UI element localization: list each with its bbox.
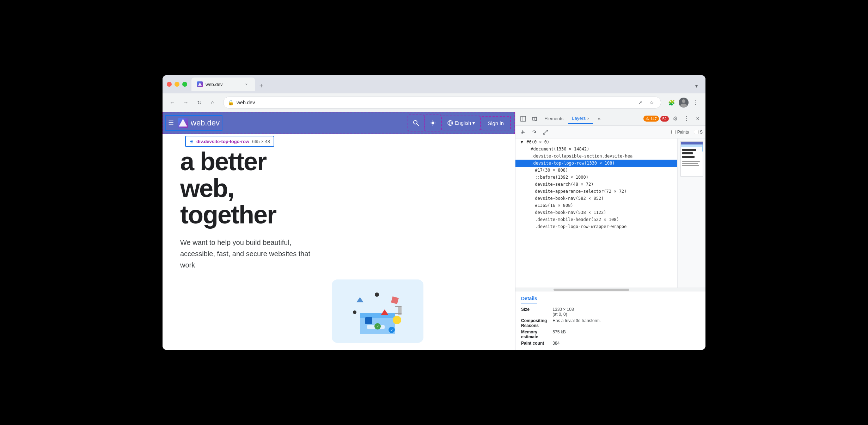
devtools-more-button[interactable]: ⋮: [681, 114, 691, 124]
paintcount-key: Paint count: [521, 341, 547, 346]
address-text[interactable]: web.dev: [237, 100, 632, 105]
svg-point-27: [375, 292, 379, 297]
error-badge[interactable]: 52: [660, 116, 669, 122]
more-button[interactable]: ⋮: [690, 97, 701, 108]
tab-layers[interactable]: Layers ×: [568, 114, 593, 124]
site-logo[interactable]: web.dev: [178, 118, 220, 128]
svg-rect-16: [365, 317, 372, 324]
more-tabs-button[interactable]: »: [594, 114, 604, 124]
layer-text: .devsite-mobile-header(522 × 108): [535, 217, 619, 222]
layer-item-selected[interactable]: .devsite-top-logo-row(1330 × 108): [515, 160, 677, 167]
tab-close-button[interactable]: ×: [244, 81, 249, 87]
inspect-element-button[interactable]: [518, 114, 528, 124]
devtools-close-button[interactable]: ×: [693, 114, 703, 124]
layer-item[interactable]: devsite-search(48 × 72): [515, 181, 677, 188]
layer-text: .devsite-collapsible-section.devsite-hea: [531, 154, 632, 159]
layer-text: devsite-appearance-selector(72 × 72): [535, 189, 626, 194]
signin-button[interactable]: Sign in: [482, 117, 509, 129]
layer-text: #17(30 × 808): [535, 168, 568, 173]
paints-checkbox[interactable]: [671, 130, 676, 134]
browser-tab[interactable]: web.dev ×: [191, 78, 255, 91]
svg-rect-37: [682, 149, 696, 151]
paints-label: Paints: [677, 130, 689, 135]
browser-window: web.dev × + ▾ ← → ↻ ⌂ 🔒 web.dev ⤢ ☆ 🧩 ⋮: [163, 75, 705, 350]
s-checkbox-area[interactable]: S: [694, 130, 703, 135]
svg-line-5: [417, 124, 419, 126]
devtools-settings-button[interactable]: ⚙: [670, 114, 680, 124]
layer-item[interactable]: #1365(16 × 808): [515, 202, 677, 209]
memory-key: Memoryestimate: [521, 329, 547, 339]
traffic-lights: [167, 82, 187, 87]
forward-button[interactable]: →: [180, 97, 191, 108]
svg-rect-42: [682, 165, 699, 166]
close-button[interactable]: [167, 82, 172, 87]
memory-value: 575 kB: [552, 329, 700, 339]
tab-elements[interactable]: Elements: [541, 114, 567, 124]
resize-tool-button[interactable]: [541, 128, 550, 137]
page-subtitle: We want to help you build beautiful, acc…: [180, 237, 314, 271]
pan-tool-button[interactable]: [518, 128, 527, 137]
layer-item[interactable]: #17(30 × 808): [515, 167, 677, 174]
layer-item[interactable]: .devsite-top-logo-row-wrapper-wrappe: [515, 223, 677, 230]
share-icon[interactable]: ⤢: [635, 98, 645, 107]
profile-button[interactable]: [679, 98, 689, 107]
svg-rect-43: [702, 144, 703, 152]
paints-checkbox-area[interactable]: Paints: [671, 130, 689, 135]
layer-item[interactable]: devsite-appearance-selector(72 × 72): [515, 188, 677, 195]
layer-item[interactable]: ::before(1392 × 1000): [515, 174, 677, 181]
site-header: ☰ web.dev: [163, 112, 515, 134]
language-arrow: ▾: [472, 120, 475, 126]
horizontal-scrollbar[interactable]: [515, 288, 705, 291]
tab-favicon: [197, 81, 203, 87]
bookmark-icon[interactable]: ☆: [647, 98, 656, 107]
language-text: English: [455, 120, 471, 126]
theme-button[interactable]: [426, 116, 440, 130]
scrollbar-thumb[interactable]: [554, 289, 630, 291]
main-content: ☰ web.dev: [163, 112, 705, 350]
new-tab-button[interactable]: +: [256, 81, 266, 91]
warning-badge[interactable]: ⚠ 147: [643, 116, 659, 122]
compositing-value: Has a trivial 3d transform.: [552, 318, 700, 328]
layer-item[interactable]: .devsite-collapsible-section.devsite-hea: [515, 153, 677, 160]
element-info-tooltip: ⊞ div.devsite-top-logo-row 665 × 48: [185, 136, 274, 147]
minimize-button[interactable]: [175, 82, 179, 87]
layer-item[interactable]: devsite-book-nav(582 × 852): [515, 195, 677, 202]
devtools-panel: Elements Layers × » ⚠ 147 52 ⚙ ⋮: [515, 112, 705, 350]
error-count: 52: [662, 117, 667, 121]
layer-item[interactable]: ▼ #6(0 × 0): [515, 138, 677, 146]
maximize-button[interactable]: [182, 82, 187, 87]
tab-bar: web.dev × + ▾: [191, 78, 701, 91]
layer-item[interactable]: #document(1330 × 14842): [515, 146, 677, 153]
language-button[interactable]: English ▾: [443, 117, 479, 129]
search-button[interactable]: [409, 116, 423, 130]
layer-text: .devsite-top-logo-row-wrapper-wrappe: [535, 224, 626, 229]
layer-item[interactable]: .devsite-mobile-header(522 × 108): [515, 216, 677, 223]
device-toggle-button[interactable]: [530, 114, 539, 124]
nav-bar: ← → ↻ ⌂ 🔒 web.dev ⤢ ☆ 🧩 ⋮: [163, 93, 705, 112]
layers-split-view: ▼ #6(0 × 0) #document(1330 × 14842) .dev…: [515, 138, 705, 288]
tab-chevron-icon[interactable]: ▾: [691, 81, 701, 91]
details-title: Details: [521, 296, 537, 303]
warning-icon: ⚠: [646, 116, 649, 121]
rotate-tool-button[interactable]: [530, 128, 539, 137]
devtools-toolbar: Elements Layers × » ⚠ 147 52 ⚙ ⋮: [515, 112, 705, 126]
layer-tree[interactable]: ▼ #6(0 × 0) #document(1330 × 14842) .dev…: [515, 138, 677, 288]
s-checkbox[interactable]: [694, 130, 698, 134]
layer-item[interactable]: devsite-book-nav(538 × 1122): [515, 209, 677, 216]
layer-text: ::before(1392 × 1000): [535, 175, 588, 180]
address-actions: ⤢ ☆: [635, 98, 656, 107]
layer-text: #1365(16 × 808): [535, 203, 573, 208]
back-button[interactable]: ←: [167, 97, 178, 108]
refresh-button[interactable]: ↻: [194, 97, 205, 108]
tab-title: web.dev: [206, 82, 241, 87]
svg-rect-33: [532, 117, 537, 120]
svg-text:✓: ✓: [390, 328, 393, 332]
security-icon: 🔒: [228, 100, 234, 105]
extensions-button[interactable]: 🧩: [666, 97, 677, 108]
address-bar[interactable]: 🔒 web.dev ⤢ ☆: [223, 97, 661, 109]
menu-icon[interactable]: ☰: [168, 119, 174, 127]
layers-tab-close[interactable]: ×: [587, 116, 589, 121]
logo-icon: [178, 118, 188, 128]
svg-point-2: [680, 104, 687, 107]
home-button[interactable]: ⌂: [207, 97, 218, 108]
